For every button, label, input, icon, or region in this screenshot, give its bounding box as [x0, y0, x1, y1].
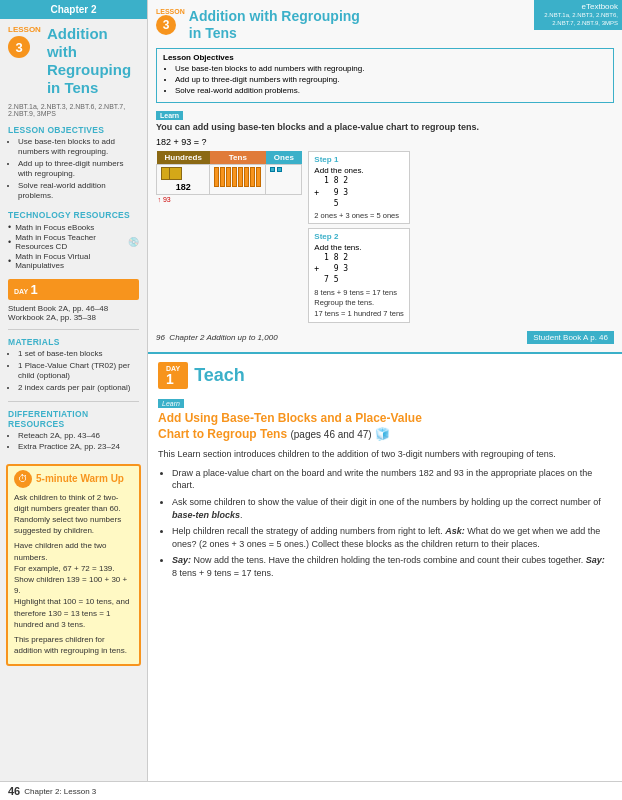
cell-ones-row1: [266, 165, 302, 195]
chapter-header: Chapter 2: [0, 0, 147, 19]
day-box: DAY 1: [8, 279, 139, 300]
arrow-label: ↑ 93: [158, 196, 301, 203]
right-content: eTextbook 2.NBT.1a, 2.NBT3, 2.NBT6, 2.NB…: [148, 0, 622, 781]
tech-resources-title: TECHNOLOGY RESOURCES: [8, 210, 139, 220]
block: [270, 167, 275, 172]
divider: [8, 329, 139, 330]
lesson-title-line2: Regrouping in Tens: [47, 61, 131, 96]
cell-tens: [210, 165, 266, 195]
lesson-title-line1: Addition with: [47, 25, 108, 60]
block: [277, 167, 282, 172]
section-title: Add Using Base-Ten Blocks and a Place-Va…: [158, 411, 612, 442]
lesson-objectives-section: LESSON OBJECTIVES Use base-ten blocks to…: [0, 121, 147, 206]
cd-icon: 💿: [128, 237, 139, 247]
materials-section: MATERIALS 1 set of base-ten blocks 1 Pla…: [0, 333, 147, 398]
step1-desc: Add the ones.: [314, 166, 403, 175]
warm-up-box: ⏱ 5-minute Warm Up Ask children to think…: [6, 464, 141, 667]
teach-title: Teach: [194, 365, 245, 386]
pages-ref: (pages 46 and 47): [290, 429, 371, 440]
objectives-box: Lesson Objectives Use base-ten blocks to…: [156, 48, 614, 103]
steps-area: Step 1 Add the ones. 1 8 2 + 9 3 5 2 one…: [308, 151, 409, 323]
objectives-list: Use base-ten blocks to add numbers with …: [163, 64, 607, 97]
day-teach-badge: DAY 1: [158, 362, 188, 389]
list-item: Student Book 2A, pp. 46–48: [8, 304, 139, 313]
list-item: Solve real-world addition problems.: [18, 181, 139, 202]
tens-blocks: [214, 167, 261, 187]
warm-up-header: ⏱ 5-minute Warm Up: [14, 470, 133, 488]
lesson-circle: 3: [8, 36, 30, 58]
lesson-sublabel: LESSON: [156, 8, 185, 15]
step2-problem: 1 8 2 + 9 3 7 5: [314, 252, 403, 286]
lesson-objectives-list: Use base-ten blocks to add numbers with …: [8, 137, 139, 201]
warm-up-item: Have children add the two numbers.For ex…: [14, 540, 133, 630]
step1-problem: 1 8 2 + 9 3 5: [314, 175, 403, 209]
block: [232, 167, 237, 187]
step1-title: Step 1: [314, 155, 403, 164]
textbook-preview: eTextbook 2.NBT.1a, 2.NBT3, 2.NBT6, 2.NB…: [148, 0, 622, 354]
block: [226, 167, 231, 187]
list-item: 1 set of base-ten blocks: [18, 349, 139, 359]
diff-resources-list: Reteach 2A, pp. 43–46 Extra Practice 2A,…: [8, 431, 139, 453]
tech-resources-section: TECHNOLOGY RESOURCES • Math in Focus eBo…: [0, 206, 147, 275]
list-item: Add up to three-digit numbers with regro…: [18, 159, 139, 180]
textbook-tab: eTextbook 2.NBT.1a, 2.NBT3, 2.NBT6, 2.NB…: [534, 0, 622, 30]
learn-banner: Learn: [156, 111, 183, 120]
bullet-icon: •: [8, 256, 11, 266]
textbook-footer-row: 96 Chapter 2 Addition up to 1,000 Studen…: [156, 327, 614, 344]
col-tens: Tens: [210, 151, 266, 165]
diff-resources-section: DIFFERENTIATION RESOURCES Reteach 2A, pp…: [0, 405, 147, 458]
materials-title: MATERIALS: [8, 337, 139, 347]
teach-bullets-list: Draw a place-value chart on the board an…: [158, 467, 612, 580]
teach-section: DAY 1 Teach Learn Add Using Base-Ten Blo…: [148, 354, 622, 781]
list-item: 1 Place-Value Chart (TR02) per child (op…: [18, 361, 139, 382]
list-item: Extra Practice 2A, pp. 23–24: [18, 442, 139, 452]
list-item: Reteach 2A, pp. 43–46: [18, 431, 139, 441]
col-hundreds: Hundreds: [157, 151, 210, 165]
step2-box: Step 2 Add the tens. 1 8 2 + 9 3 7 5 8 t…: [308, 228, 409, 323]
block: [220, 167, 225, 187]
block: [238, 167, 243, 187]
block: [169, 167, 182, 180]
hundred-blocks: [161, 167, 205, 180]
block: [256, 167, 261, 187]
page-footer: 46 Chapter 2: Lesson 3: [0, 781, 622, 800]
student-book-ref: Student Book A p. 46: [527, 331, 614, 344]
warm-up-title: 5-minute Warm Up: [36, 473, 124, 484]
textbook-lesson-circle: 3: [156, 15, 176, 35]
list-item: Say: Now add the tens. Have the children…: [172, 554, 612, 579]
lesson-title: Addition with Regrouping in Tens: [47, 25, 139, 97]
ones-blocks: [270, 167, 297, 172]
list-item: Workbook 2A, pp. 35–38: [8, 313, 139, 322]
lesson-number: 3: [15, 40, 22, 55]
materials-list: 1 set of base-ten blocks 1 Place-Value C…: [8, 349, 139, 393]
step1-note: 2 ones + 3 ones = 5 ones: [314, 211, 403, 220]
learn-equation: 182 + 93 = ?: [156, 137, 614, 147]
cell-hundreds: 182: [157, 165, 210, 195]
step2-title: Step 2: [314, 232, 403, 241]
list-item: Solve real-world addition problems.: [175, 86, 607, 96]
textbook-chapter-ref: 96 Chapter 2 Addition up to 1,000: [156, 333, 278, 342]
table-label: ↑ 93: [157, 195, 302, 205]
step2-desc: Add the tens.: [314, 243, 403, 252]
step1-box: Step 1 Add the ones. 1 8 2 + 9 3 5 2 one…: [308, 151, 409, 224]
intro-text: This Learn section introduces children t…: [158, 448, 612, 461]
place-value-table-wrapper: Hundreds Tens Ones: [156, 151, 302, 204]
block: [250, 167, 255, 187]
step2-note: 8 tens + 9 tens = 17 tensRegroup the ten…: [314, 288, 403, 320]
day-label: DAY: [14, 288, 28, 295]
textbook-lesson-number: 3: [163, 18, 170, 32]
warm-up-item: This prepares children for addition with…: [14, 634, 133, 656]
list-item: • Math in Focus Virtual Manipulatives: [8, 252, 139, 270]
list-item: Ask some children to show the value of t…: [172, 496, 612, 521]
table-row: 182: [157, 165, 302, 195]
clock-icon: ⏱: [14, 470, 32, 488]
list-item: 2 index cards per pair (optional): [18, 383, 139, 393]
place-value-area: Hundreds Tens Ones: [156, 151, 614, 323]
teach-header: DAY 1 Teach: [158, 362, 612, 389]
day-number: 1: [30, 282, 37, 297]
footer-text: Chapter 2: Lesson 3: [24, 787, 96, 796]
list-item: Help children recall the strategy of add…: [172, 525, 612, 550]
warm-up-body: Ask children to think of 2 two-digit num…: [14, 492, 133, 657]
list-item: Draw a place-value chart on the board an…: [172, 467, 612, 492]
learn-tag: Learn: [158, 399, 184, 408]
